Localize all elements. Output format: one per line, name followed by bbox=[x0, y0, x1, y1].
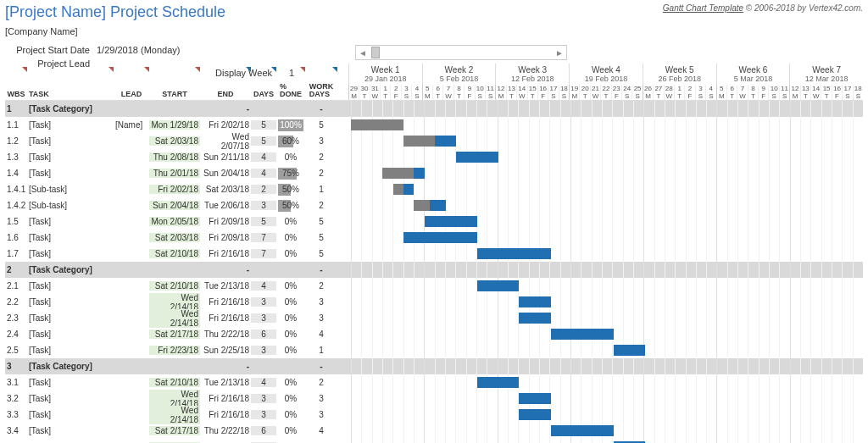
cell-start[interactable]: Fri 2/02/18 bbox=[149, 185, 200, 194]
gantt-bar[interactable] bbox=[351, 119, 403, 130]
cell-wbs[interactable]: 1.6 bbox=[5, 233, 27, 242]
cell-task[interactable]: [Task Category] bbox=[27, 104, 114, 114]
task-row[interactable]: 3.3[Task]Wed 2/14/18Fri 2/16/1830%3 bbox=[5, 407, 863, 423]
cell-pct-done[interactable]: 0% bbox=[276, 313, 305, 324]
gantt-bar[interactable] bbox=[403, 136, 456, 147]
cell-start[interactable]: Sat 2/10/18 bbox=[149, 281, 200, 291]
cell-wbs[interactable]: 2.1 bbox=[5, 281, 27, 291]
cell-wbs[interactable]: 1.4.2 bbox=[5, 201, 27, 210]
cell-task[interactable]: [Task] bbox=[27, 120, 114, 130]
cell-wbs[interactable]: 1 bbox=[5, 104, 27, 114]
cell-task[interactable]: [Task] bbox=[27, 394, 114, 403]
cell-end[interactable]: Sun 2/04/18 bbox=[200, 169, 251, 178]
cell-workdays[interactable]: 5 bbox=[305, 249, 337, 258]
cell-workdays[interactable]: 2 bbox=[305, 169, 337, 178]
cell-pct-done[interactable]: 0% bbox=[276, 296, 305, 308]
cell-task[interactable]: [Task] bbox=[27, 152, 114, 162]
cell-end[interactable]: Thu 2/22/18 bbox=[200, 329, 251, 339]
cell-task[interactable]: [Task] bbox=[27, 169, 114, 178]
cell-days[interactable]: 3 bbox=[251, 410, 276, 419]
cell-workdays[interactable]: 2 bbox=[305, 201, 337, 210]
cell-task[interactable]: [Task] bbox=[27, 378, 114, 387]
gantt-bar[interactable] bbox=[393, 184, 415, 195]
cell-workdays[interactable]: 2 bbox=[305, 152, 337, 162]
cell-start[interactable]: Sun 2/04/18 bbox=[149, 201, 200, 210]
gantt-bar[interactable] bbox=[477, 280, 520, 291]
gantt-bar[interactable] bbox=[519, 296, 550, 307]
cell-end[interactable]: Fri 2/16/18 bbox=[200, 297, 251, 307]
cell-task[interactable]: [Task] bbox=[27, 217, 114, 226]
cell-workdays[interactable]: 2 bbox=[305, 378, 337, 387]
cell-end[interactable]: Fri 2/09/18 bbox=[200, 217, 251, 226]
cell-workdays[interactable]: 3 bbox=[305, 136, 337, 146]
cell-workdays[interactable]: - bbox=[305, 104, 337, 114]
cell-start[interactable]: Sat 2/03/18 bbox=[149, 136, 200, 146]
task-row[interactable]: 3.5[Task]Fri 2/23/18Sun 2/25/1830%1 bbox=[5, 439, 863, 443]
cell-start[interactable]: Sat 2/17/18 bbox=[149, 426, 200, 435]
cell-workdays[interactable]: 3 bbox=[305, 313, 337, 323]
gantt-bar[interactable] bbox=[382, 168, 425, 179]
scroll-left-icon[interactable]: ◄ bbox=[356, 46, 370, 59]
cell-days[interactable]: 3 bbox=[251, 313, 276, 323]
cell-workdays[interactable]: - bbox=[305, 265, 337, 274]
cell-days[interactable]: 2 bbox=[251, 185, 276, 194]
gantt-bar[interactable] bbox=[477, 248, 551, 259]
cell-workdays[interactable]: 3 bbox=[305, 394, 337, 403]
cell-pct-done[interactable]: 60% bbox=[276, 136, 305, 147]
task-row[interactable]: 1.2[Task]Sat 2/03/18Wed 2/07/18560%3 bbox=[5, 133, 863, 149]
task-row[interactable]: 3.4[Task]Sat 2/17/18Thu 2/22/1860%4 bbox=[5, 423, 863, 439]
cell-pct-done[interactable]: 0% bbox=[276, 345, 305, 357]
cell-wbs[interactable]: 2.4 bbox=[5, 329, 27, 339]
cell-task[interactable]: [Task] bbox=[27, 233, 114, 242]
cell-days[interactable]: 6 bbox=[251, 329, 276, 339]
cell-pct-done[interactable]: 0% bbox=[276, 393, 305, 405]
cell-start[interactable]: Wed 2/14/18 bbox=[149, 309, 200, 328]
cell-workdays[interactable]: 5 bbox=[305, 233, 337, 242]
scroll-thumb[interactable] bbox=[371, 47, 380, 58]
cell-start[interactable]: Sat 2/10/18 bbox=[149, 378, 200, 387]
task-row[interactable]: 1.7[Task]Sat 2/10/18Fri 2/16/1870%5 bbox=[5, 246, 863, 262]
gantt-bar[interactable] bbox=[519, 409, 550, 420]
cell-wbs[interactable]: 3 bbox=[5, 362, 27, 371]
cell-days[interactable]: 5 bbox=[251, 136, 276, 146]
cell-task[interactable]: [Task Category] bbox=[27, 362, 114, 371]
cell-task[interactable]: [Task] bbox=[27, 346, 114, 355]
cell-end[interactable]: - bbox=[200, 265, 251, 274]
cell-end[interactable]: Fri 2/16/18 bbox=[200, 249, 251, 258]
cell-end[interactable]: Fri 2/09/18 bbox=[200, 233, 251, 242]
cell-start[interactable]: Mon 2/05/18 bbox=[149, 217, 200, 226]
cell-start[interactable]: Mon 1/29/18 bbox=[149, 120, 200, 130]
task-row[interactable]: 1.4.2[Sub-task]Sun 2/04/18Tue 2/06/18350… bbox=[5, 197, 863, 213]
start-date-input[interactable]: 1/29/2018 (Monday) bbox=[97, 45, 190, 55]
week-scrollbar[interactable]: ◄ ► bbox=[355, 45, 567, 60]
cell-task[interactable]: [Sub-task] bbox=[27, 201, 114, 210]
category-row[interactable]: 1[Task Category]-- bbox=[5, 101, 863, 117]
cell-end[interactable]: Fri 2/16/18 bbox=[200, 313, 251, 323]
cell-days[interactable]: 6 bbox=[251, 426, 276, 435]
cell-wbs[interactable]: 3.1 bbox=[5, 378, 27, 387]
cell-days[interactable]: 5 bbox=[251, 217, 276, 226]
scroll-right-icon[interactable]: ► bbox=[553, 46, 566, 59]
cell-wbs[interactable]: 3.4 bbox=[5, 426, 27, 435]
cell-task[interactable]: [Task] bbox=[27, 313, 114, 323]
cell-wbs[interactable]: 1.2 bbox=[5, 136, 27, 146]
cell-days[interactable]: 4 bbox=[251, 378, 276, 387]
cell-start[interactable]: Thu 2/01/18 bbox=[149, 169, 200, 178]
cell-wbs[interactable]: 2.5 bbox=[5, 346, 27, 355]
cell-workdays[interactable]: 2 bbox=[305, 281, 337, 291]
cell-pct-done[interactable]: 0% bbox=[276, 329, 305, 341]
cell-end[interactable]: Sun 2/11/18 bbox=[200, 152, 251, 162]
gantt-bar[interactable] bbox=[519, 393, 550, 404]
cell-task[interactable]: [Task] bbox=[27, 426, 114, 435]
cell-lead[interactable]: [Name] bbox=[114, 120, 149, 130]
cell-wbs[interactable]: 2.2 bbox=[5, 297, 27, 307]
cell-days[interactable]: 7 bbox=[251, 233, 276, 242]
cell-pct-done[interactable]: 0% bbox=[276, 216, 305, 228]
cell-days[interactable]: 7 bbox=[251, 249, 276, 258]
cell-workdays[interactable]: 3 bbox=[305, 297, 337, 307]
cell-start[interactable]: Sat 2/10/18 bbox=[149, 249, 200, 258]
credits-link[interactable]: Gantt Chart Template bbox=[663, 3, 743, 13]
task-row[interactable]: 3.2[Task]Wed 2/14/18Fri 2/16/1830%3 bbox=[5, 390, 863, 407]
task-row[interactable]: 1.5[Task]Mon 2/05/18Fri 2/09/1850%5 bbox=[5, 213, 863, 230]
cell-workdays[interactable]: 3 bbox=[305, 410, 337, 419]
